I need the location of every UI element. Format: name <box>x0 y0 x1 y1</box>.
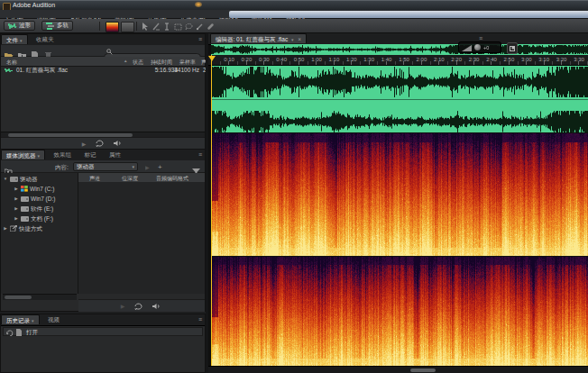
title-bar[interactable]: Adobe Audition <box>0 0 588 10</box>
hud-volume-control[interactable]: +0 <box>458 41 501 53</box>
toolbar-separator <box>136 22 137 31</box>
zoom-navigator[interactable] <box>211 44 588 55</box>
panel-menu-icon[interactable]: ≡ <box>479 35 482 41</box>
ruler-label: 1:40 <box>381 57 392 62</box>
panel-menu-icon[interactable]: ≡ <box>198 151 202 158</box>
hud-settings-icon <box>510 46 515 51</box>
move-tool-icon[interactable] <box>141 22 151 32</box>
drive-icon <box>21 196 29 202</box>
panel-menu-icon[interactable]: ≡ <box>198 316 202 323</box>
tree-item-drive-e[interactable]: ▶ 软件 (E:) <box>3 204 78 214</box>
editor-hscrollbar[interactable] <box>208 366 588 373</box>
ruler-label: 2:30 <box>469 57 480 62</box>
tab-effects-rack[interactable]: 效果组 <box>49 150 76 159</box>
add-shortcut-button[interactable]: + <box>158 163 162 171</box>
tab-files[interactable]: 文件▾ <box>1 34 28 44</box>
auto-play-speaker-button[interactable] <box>113 140 124 148</box>
tab-dropdown-icon: ▾ <box>32 318 34 323</box>
ruler-label: 1:00 <box>311 57 322 62</box>
tree-hscrollbar[interactable] <box>3 294 77 300</box>
media-list-body[interactable] <box>78 182 205 294</box>
close-icon[interactable]: × <box>298 36 301 42</box>
tab-history[interactable]: 历史记录▾ <box>1 314 40 324</box>
playhead-caret-icon[interactable] <box>208 56 216 61</box>
razor-tool-icon[interactable] <box>152 22 161 32</box>
chevron-down-icon[interactable]: ▼ <box>3 174 8 184</box>
ruler-label: 3:20 <box>556 57 567 62</box>
tab-media-browser[interactable]: 媒体浏览器▾ <box>1 150 45 159</box>
scrollbar-handle[interactable] <box>5 296 32 299</box>
tree-item-drive-d[interactable]: ▶ Win7 (D:) <box>3 194 78 204</box>
loop-playback-button[interactable] <box>94 140 105 148</box>
editor-tab-label: 编辑器: 01. 红蔷薇与灰 .flac <box>216 36 288 42</box>
spectral-display-right-channel[interactable] <box>211 257 588 366</box>
playhead[interactable] <box>211 55 212 366</box>
tab-dropdown-icon: ▾ <box>38 153 41 159</box>
window-title: Adobe Audition <box>13 2 55 8</box>
volume-wedge-icon <box>462 44 472 51</box>
search-icon <box>106 49 113 55</box>
chevron-right-icon[interactable]: ▶ <box>14 214 19 223</box>
volume-knob[interactable] <box>474 44 481 50</box>
content-dropdown[interactable]: 驱动器 ▾ <box>73 162 138 171</box>
ruler-label: 3:10 <box>538 57 549 62</box>
spectral-pitch-toggle[interactable] <box>121 22 134 32</box>
volume-value: +0 <box>483 45 489 50</box>
tree-item-drive-c[interactable]: ▶ Win7 (C:) <box>3 184 78 194</box>
multitrack-icon <box>46 23 55 30</box>
tree-item-drives[interactable]: ▼ 驱动器 <box>3 174 78 184</box>
tab-markers[interactable]: 标记 <box>79 150 100 159</box>
auto-play-speaker-button[interactable] <box>152 302 162 310</box>
tree-item-drive-f[interactable]: ▶ 文档 (F:) <box>3 214 78 223</box>
ruler-label: 2:00 <box>417 57 427 62</box>
tab-editor[interactable]: 编辑器: 01. 红蔷薇与灰 .flac ▾ × <box>210 33 307 43</box>
waveform-display[interactable] <box>211 66 588 132</box>
time-selection-tool-icon[interactable] <box>162 22 172 32</box>
panel-menu-icon[interactable]: ≡ <box>198 36 202 42</box>
file-row[interactable]: 01. 红蔷薇与灰 .flac 5:16.933 44100 Hz 2 <box>1 66 205 75</box>
waveform-view-button[interactable]: 波形 <box>4 21 35 31</box>
lasso-selection-tool-icon[interactable] <box>184 22 194 32</box>
titlebar-glow <box>195 2 202 7</box>
spectral-display-left-channel[interactable] <box>211 133 588 256</box>
tab-video[interactable]: 视频 <box>43 314 64 324</box>
history-entry-label: 打开 <box>26 329 38 337</box>
ruler-label: 0:30 <box>259 57 270 62</box>
preview-play-button[interactable]: ▶ <box>82 141 87 147</box>
hud-settings-button[interactable] <box>507 42 518 54</box>
ruler-label: 1:20 <box>346 57 357 62</box>
chevron-right-icon[interactable]: ▶ <box>14 204 19 214</box>
tab-favorites[interactable]: 收藏夹 <box>32 34 59 44</box>
paintbrush-selection-tool-icon[interactable] <box>195 22 205 32</box>
history-panel: 历史记录▾ 视频 ≡ 打开 <box>0 314 206 373</box>
content-dropdown-value: 驱动器 <box>77 163 95 171</box>
loop-playback-button[interactable] <box>133 302 143 310</box>
ruler-label: 3:30 <box>574 57 584 62</box>
marquee-selection-tool-icon[interactable] <box>173 22 183 32</box>
history-state-icon <box>6 330 14 336</box>
multitrack-view-button[interactable]: 多轨 <box>41 21 73 31</box>
tree-item-shortcuts[interactable]: ▶ 快捷方式 <box>3 223 78 233</box>
audio-file-icon <box>5 68 14 73</box>
preview-play-button[interactable]: ▶ <box>121 303 125 309</box>
browser-play-button[interactable]: ▶ <box>145 164 150 170</box>
chevron-right-icon[interactable]: ▶ <box>14 184 19 194</box>
aero-glass-strip <box>229 11 588 18</box>
ruler-label: 0:20 <box>242 57 253 62</box>
chevron-right-icon[interactable]: ▶ <box>14 194 19 204</box>
drive-icon <box>21 216 29 222</box>
media-browser-tree: ▼ 驱动器 ▶ Win7 (C:) ▶ Win7 (D:) ▶ 软件 (E:) … <box>1 173 78 294</box>
history-tabbar: 历史记录▾ 视频 ≡ <box>1 314 205 326</box>
toolbar-separator <box>99 22 100 31</box>
file-name: 01. 红蔷薇与灰 .flac <box>16 67 68 75</box>
scrollbar-handle[interactable] <box>410 368 436 372</box>
content-label: 内容: <box>55 164 69 172</box>
chevron-right-icon[interactable]: ▶ <box>3 223 8 233</box>
timeline-ruler[interactable]: 0:10 0:20 0:30 0:40 0:50 1:00 1:10 1:20 … <box>208 55 588 66</box>
spectral-display-toggle[interactable] <box>106 22 119 32</box>
waveform-icon <box>8 23 17 30</box>
tab-properties[interactable]: 属性 <box>105 150 125 159</box>
history-entry-open[interactable]: 打开 <box>3 327 203 336</box>
ruler-label: 2:10 <box>434 57 445 62</box>
spot-healing-brush-tool-icon[interactable] <box>206 22 216 32</box>
